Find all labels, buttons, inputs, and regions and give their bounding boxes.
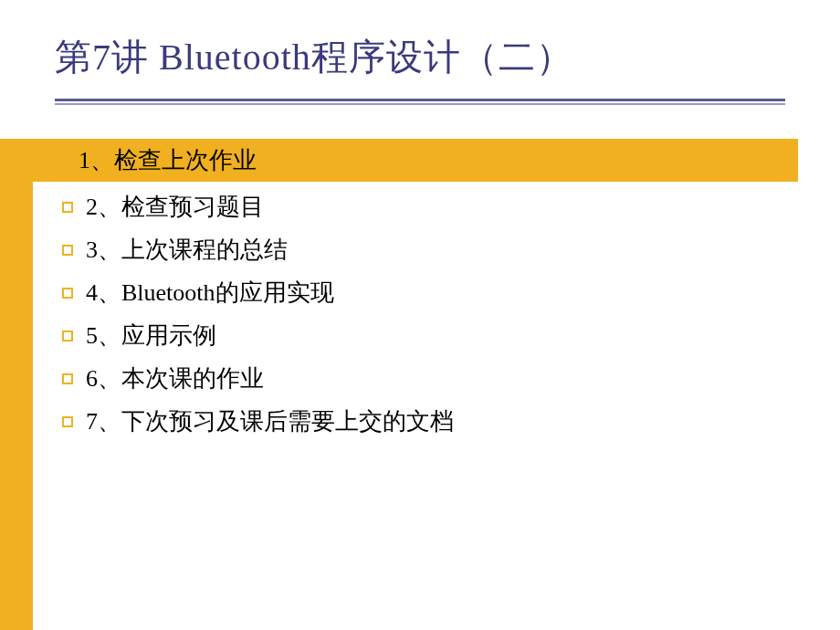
- list-item: 4、Bluetooth的应用实现: [33, 271, 840, 314]
- bullet-icon: [62, 373, 73, 384]
- list-item-text: 4、Bluetooth的应用实现: [86, 277, 334, 309]
- list-item: 5、应用示例: [33, 314, 840, 357]
- list-item-text: 5、应用示例: [86, 320, 216, 352]
- underline-thick: [55, 99, 785, 101]
- bullet-icon: [62, 416, 73, 427]
- bullet-icon: [62, 245, 73, 256]
- list-item-text: 3、上次课程的总结: [86, 234, 288, 266]
- list-item-text: 7、下次预习及课后需要上交的文档: [86, 405, 454, 437]
- slide-container: 第7讲 Bluetooth程序设计（二） 1、检查上次作业 2、检查预习题目 3…: [0, 0, 840, 630]
- slide-title: 第7讲 Bluetooth程序设计（二）: [55, 32, 840, 82]
- list-item: 2、检查预习题目: [33, 185, 840, 228]
- list-items-container: 2、检查预习题目 3、上次课程的总结 4、Bluetooth的应用实现 5、应用…: [33, 182, 840, 443]
- content-area: 1、检查上次作业 2、检查预习题目 3、上次课程的总结 4、Bluetooth的…: [33, 139, 840, 443]
- list-item: 7、下次预习及课后需要上交的文档: [33, 400, 840, 443]
- title-underline: [55, 99, 785, 105]
- bullet-icon: [62, 288, 73, 299]
- list-item-text: 6、本次课的作业: [86, 362, 264, 394]
- bullet-icon: [62, 202, 73, 213]
- bullet-icon: [62, 331, 73, 341]
- list-item: 6、本次课的作业: [33, 357, 840, 400]
- highlighted-list-item: 1、检查上次作业: [33, 139, 798, 182]
- left-sidebar-accent: [0, 139, 33, 630]
- title-section: 第7讲 Bluetooth程序设计（二）: [0, 0, 840, 105]
- list-item-text: 2、检查预习题目: [86, 191, 264, 223]
- list-item: 3、上次课程的总结: [33, 228, 840, 271]
- underline-thin: [55, 103, 785, 105]
